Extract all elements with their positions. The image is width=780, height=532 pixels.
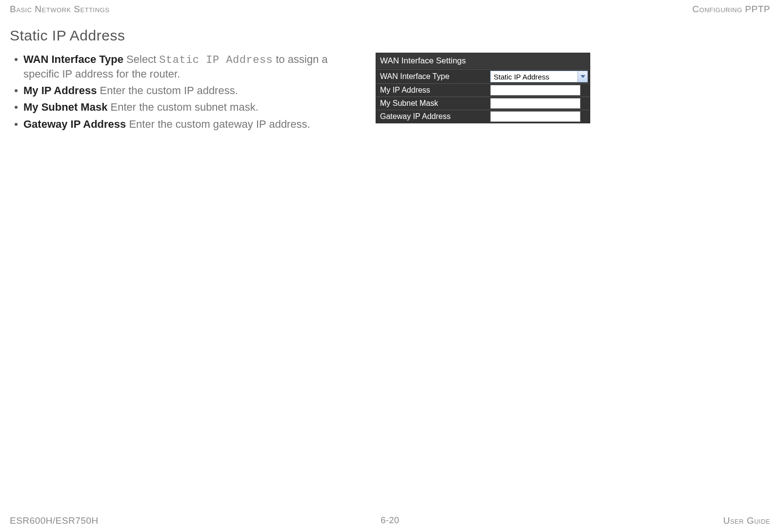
page-number: 6-20 [380, 515, 399, 526]
section-title: Static IP Address [10, 27, 770, 44]
desc-code: Static IP Address [159, 54, 273, 66]
list-item: WAN Interface Type Select Static IP Addr… [23, 53, 351, 81]
list-item: My Subnet Mask Enter the custom subnet m… [23, 100, 351, 114]
wan-interface-type-select[interactable]: Static IP Address [490, 71, 588, 82]
my-subnet-mask-input[interactable] [490, 98, 580, 109]
desc-pre: Enter the custom subnet mask. [107, 101, 258, 113]
header-right: Configuring PPTP [692, 4, 770, 15]
term: Gateway IP Address [23, 118, 126, 130]
chevron-down-icon[interactable] [578, 71, 587, 82]
row-gateway-ip-address: Gateway IP Address [376, 110, 590, 123]
page-footer: ESR600H/ESR750H 6-20 User Guide [10, 515, 770, 526]
label-my-ip-address: My IP Address [376, 84, 488, 97]
desc-pre: Enter the custom gateway IP address. [126, 118, 310, 130]
gateway-ip-address-input[interactable] [490, 111, 580, 122]
term: My Subnet Mask [23, 101, 107, 113]
row-my-subnet-mask: My Subnet Mask [376, 97, 590, 110]
definition-list: WAN Interface Type Select Static IP Addr… [10, 53, 351, 134]
label-gateway-ip-address: Gateway IP Address [376, 110, 488, 123]
label-my-subnet-mask: My Subnet Mask [376, 97, 488, 110]
my-ip-address-input[interactable] [490, 85, 580, 96]
panel-title: WAN Interface Settings [376, 53, 590, 69]
footer-right: User Guide [723, 515, 770, 526]
label-wan-interface-type: WAN Interface Type [376, 70, 488, 83]
list-item: My IP Address Enter the custom IP addres… [23, 84, 351, 98]
term: My IP Address [23, 84, 97, 97]
list-item: Gateway IP Address Enter the custom gate… [23, 118, 351, 131]
desc-pre: Enter the custom IP address. [97, 84, 238, 97]
wan-settings-panel: WAN Interface Settings WAN Interface Typ… [376, 53, 590, 123]
footer-left: ESR600H/ESR750H [10, 515, 99, 526]
desc-pre: Select [123, 53, 159, 65]
header-left: Basic Network Settings [10, 4, 109, 15]
select-value: Static IP Address [491, 73, 578, 81]
page-header: Basic Network Settings Configuring PPTP [10, 0, 770, 25]
row-wan-interface-type: WAN Interface Type Static IP Address [376, 69, 590, 83]
row-my-ip-address: My IP Address [376, 83, 590, 97]
term: WAN Interface Type [23, 53, 123, 65]
